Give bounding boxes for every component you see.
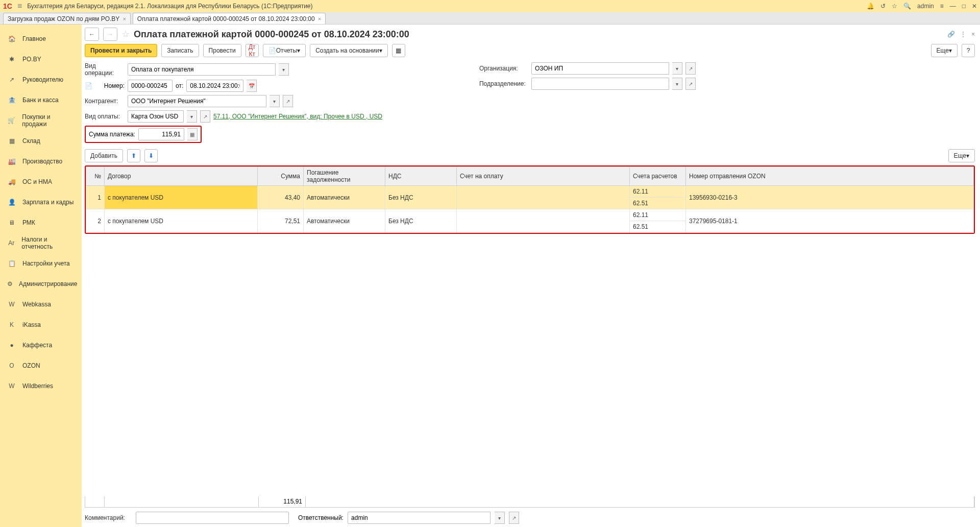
nav-label: Администрирование [19,280,77,288]
dropdown-icon[interactable]: ▾ [672,78,682,90]
more-button[interactable]: Еще ▾ [931,44,958,57]
sidebar-item-3[interactable]: 🏦Банк и касса [0,90,82,110]
move-up-icon[interactable]: ⬆ [127,149,140,162]
sidebar-item-17[interactable]: WWildberries [0,376,82,396]
dropdown-icon[interactable]: ▾ [279,63,289,76]
post-and-close-button[interactable]: Провести и закрыть [85,44,157,57]
reports-button[interactable]: 📄 Отчеты ▾ [263,44,306,57]
link-icon[interactable]: 🔗 [947,31,955,38]
more-button[interactable]: Еще ▾ [948,149,975,162]
th-repay[interactable]: Погашение задолженности [304,167,385,186]
sidebar-item-6[interactable]: 🏭Производство [0,151,82,172]
back-button[interactable]: ← [85,28,99,41]
contractor-input[interactable] [128,95,266,107]
logo-icon: 1С [3,2,12,10]
number-input[interactable] [128,80,173,92]
calendar-icon[interactable]: 📅 [247,80,257,92]
th-shipment[interactable]: Номер отправления OZON [686,167,974,186]
sidebar-item-13[interactable]: WWebkassa [0,294,82,315]
menu-icon[interactable]: ≡ [17,2,22,11]
minimize-icon[interactable]: — [950,3,956,10]
post-button[interactable]: Провести [203,44,241,57]
sidebar-item-11[interactable]: 📋Настройки учета [0,253,82,274]
sidebar-item-7[interactable]: 🚚ОС и НМА [0,172,82,192]
operation-input[interactable] [128,63,276,76]
forward-button[interactable]: → [103,28,117,41]
sidebar-item-14[interactable]: KiKassa [0,315,82,335]
nav-icon: 🛒 [7,117,16,124]
table-footer: 115,91 [85,496,975,508]
sidebar-item-8[interactable]: 👤Зарплата и кадры [0,192,82,212]
star-icon[interactable]: ☆ [892,3,897,10]
tab-2[interactable]: Оплата платежной картой 0000-000245 от 0… [133,13,326,24]
open-icon[interactable]: ↗ [509,512,519,524]
sidebar-item-1[interactable]: ✱PO.BY [0,49,82,69]
close-doc-icon[interactable]: × [971,31,975,38]
open-icon[interactable]: ↗ [685,78,696,90]
calc-icon[interactable]: ▦ [187,128,198,140]
open-icon[interactable]: ↗ [283,95,293,107]
add-button[interactable]: Добавить [85,149,123,162]
paytype-input[interactable] [128,110,184,123]
sidebar-item-4[interactable]: 🛒Покупки и продажи [0,110,82,131]
table-row[interactable]: 2с покупателем USD72,51АвтоматическиБез … [86,209,974,221]
th-accounts[interactable]: Счета расчетов [630,167,686,186]
open-icon[interactable]: ↗ [200,110,210,123]
bell-icon[interactable]: 🔔 [867,3,874,10]
open-icon[interactable]: ↗ [685,62,696,75]
dropdown-icon[interactable]: ▾ [270,95,280,107]
th-invoice[interactable]: Счет на оплату [457,167,630,186]
th-nds[interactable]: НДС [385,167,457,186]
org-label: Организация: [479,65,528,72]
history-icon[interactable]: ↺ [880,3,886,10]
comment-input[interactable] [136,512,289,524]
search-icon[interactable]: 🔍 [903,3,911,10]
sidebar-item-16[interactable]: OOZON [0,355,82,376]
doc-title: Оплата платежной картой 0000-000245 от 0… [134,29,409,40]
org-input[interactable] [531,62,669,75]
structure-icon[interactable]: ▦ [392,44,405,57]
user-label[interactable]: admin [917,3,934,10]
move-down-icon[interactable]: ⬇ [144,149,158,162]
sidebar-item-5[interactable]: ▦Склад [0,131,82,151]
sidebar-item-15[interactable]: ●Каффеста [0,335,82,355]
sidebar: 🏠Главное✱PO.BY↗Руководителю🏦Банк и касса… [0,25,82,527]
favorite-icon[interactable]: ☆ [121,29,130,40]
sidebar-item-9[interactable]: 🖥РМК [0,212,82,233]
sidebar-item-2[interactable]: ↗Руководителю [0,69,82,90]
dropdown-icon[interactable]: ▾ [187,110,197,123]
nav-label: OZON [22,362,40,369]
th-n[interactable]: № [86,167,105,186]
nav-label: Банк и касса [22,97,59,104]
settings-icon[interactable]: ≡ [940,3,944,10]
close-icon[interactable]: ✕ [972,3,977,10]
dropdown-icon[interactable]: ▾ [495,512,505,524]
titlebar: 1С ≡ Бухгалтерия для Беларуси, редакция … [0,0,980,12]
responsible-input[interactable] [348,512,491,524]
pay-link[interactable]: 57.11, ООО "Интернет Решения", вид: Проч… [213,113,382,120]
th-sum[interactable]: Сумма [258,167,304,186]
sidebar-item-10[interactable]: ArНалоги и отчетность [0,233,82,253]
dept-input[interactable] [531,78,669,90]
tab-1[interactable]: Загрузка продаж OZON по дням PO.BY × [3,13,131,24]
table-row[interactable]: 1с покупателем USD43,40АвтоматическиБез … [86,186,974,198]
tab-close-icon[interactable]: × [122,16,126,22]
nav-icon: Ar [7,239,15,247]
dropdown-icon[interactable]: ▾ [672,62,682,75]
sidebar-item-12[interactable]: ⚙Администрирование [0,274,82,294]
sum-input[interactable] [138,128,184,140]
help-button[interactable]: ? [962,44,975,57]
sidebar-item-0[interactable]: 🏠Главное [0,29,82,49]
more-icon[interactable]: ⋮ [960,31,966,38]
write-button[interactable]: Записать [161,44,199,57]
tab-close-icon[interactable]: × [318,16,321,22]
create-on-button[interactable]: Создать на основании ▾ [310,44,388,57]
dt-kt-icon[interactable]: ДтКт [246,44,259,57]
nav-label: ОС и НМА [22,178,52,185]
maximize-icon[interactable]: □ [962,3,966,10]
date-input[interactable] [186,80,243,92]
nav-label: Налоги и отчетность [21,236,75,250]
nav-icon: ⚙ [7,280,13,288]
th-contract[interactable]: Договор [105,167,258,186]
sum-label: Сумма платежа: [89,131,135,138]
